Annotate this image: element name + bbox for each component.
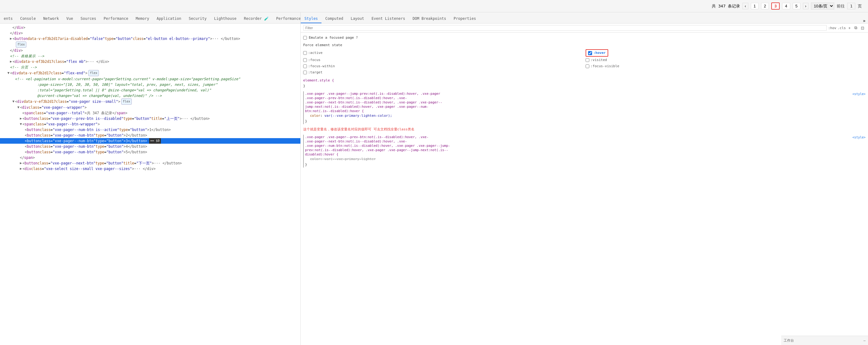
cls-label[interactable]: .cls	[838, 26, 846, 30]
dom-line-vxe-pager: ▼ <div data-v-ef3b2d17 class="vxe-pager …	[0, 99, 300, 105]
style-source1[interactable]: <style>	[852, 91, 866, 97]
dom-line: </div>	[0, 30, 300, 36]
dom-content: </div> </div> ▶ <button data-v-ef3b2d17 …	[0, 24, 300, 345]
toggle-icon[interactable]: ▶	[20, 161, 22, 166]
copy-styles-btn[interactable]: ⧉	[853, 25, 858, 31]
focus-label: :focus	[308, 57, 320, 63]
dom-line-comment4: :page-sizes="[10, 20, 30, 50, 100]" layo…	[0, 82, 300, 87]
emulate-checkbox[interactable]	[303, 36, 307, 40]
toggle-icon[interactable]: ▼	[12, 99, 14, 104]
hov-label[interactable]: :hov	[828, 26, 836, 30]
focus-within-checkbox[interactable]	[303, 64, 307, 68]
chevron-right-icon[interactable]: »	[863, 18, 866, 23]
focus-checkbox[interactable]	[303, 58, 307, 62]
toggle-icon[interactable]: ▼	[7, 70, 10, 76]
tab-layout[interactable]: Layout	[347, 14, 368, 23]
tab-elements[interactable]: ents	[0, 14, 17, 23]
tab-memory[interactable]: Memory	[132, 14, 153, 23]
visited-checkbox[interactable]	[586, 58, 589, 62]
css-note: 这个就是变量名，修改该变量名对应的值即可 可去文档找全量class类名	[303, 127, 866, 132]
flex-badge: flex	[121, 99, 132, 105]
page-2-btn[interactable]: 2	[761, 3, 769, 9]
dom-line-comment5: :total="pagerSetting.total || 0" @size-c…	[0, 87, 300, 93]
toggle-icon[interactable]: ▼	[18, 105, 20, 110]
page-4-btn[interactable]: 4	[782, 3, 790, 9]
styles-panel: Styles Computed Layout Event Listeners D…	[301, 12, 868, 345]
dom-line-wrapper: ▼ <div class="vxe-pager--wrapper" >	[0, 105, 300, 110]
dom-line-flex-end: ▼ <div data-v-ef3b2d17 class="flex-end" …	[0, 70, 300, 76]
css-rule-vxe-hover2: .vxe-pager .vxe-pager--prev-btn:not(.is-…	[303, 135, 866, 168]
visited-label: :visited	[591, 57, 607, 63]
css-value1: var(--vxe-primary-lighten-color);	[324, 114, 392, 118]
tab-network[interactable]: Network	[39, 14, 63, 23]
css-prop1: color	[310, 114, 320, 118]
add-rule-btn[interactable]: +	[847, 25, 852, 31]
page-1-btn[interactable]: 1	[751, 3, 758, 9]
dom-line-btn2: <button class="vxe-pager--num-btn" type=…	[0, 133, 300, 138]
tab-console[interactable]: Console	[17, 14, 40, 23]
workbench-bar: 工作台 —	[781, 336, 868, 345]
expand-btn[interactable]: ⊡	[860, 25, 866, 31]
dom-line-btn3-selected[interactable]: <button class="vxe-pager--num-btn" type=…	[0, 138, 300, 144]
emulate-label: Emulate a focused page	[309, 35, 354, 41]
state-focus: :focus	[303, 57, 583, 63]
workbench-label: 工作台	[784, 338, 794, 343]
dom-line-comment6: @current-change="val => changePage(val, …	[0, 93, 300, 99]
tab-application[interactable]: Application	[153, 14, 185, 23]
style-source2[interactable]: <style>	[852, 135, 866, 140]
toggle-icon[interactable]: ▶	[10, 36, 12, 41]
state-focus-visible: :focus-visible	[586, 64, 866, 69]
hover-checkbox[interactable]	[588, 51, 592, 55]
state-grid: :active :hover :focus :visited	[303, 49, 866, 75]
tab-sources[interactable]: Sources	[77, 14, 100, 23]
css-rule-vxe-hover: .vxe-pager .vxe-pager--jump-prev:not(.is…	[303, 91, 866, 124]
flex-badge: flex	[16, 41, 26, 48]
filter-input[interactable]	[303, 25, 827, 31]
page-number-input[interactable]: 1	[847, 3, 855, 9]
help-icon[interactable]: ?	[356, 35, 358, 41]
page-3-btn[interactable]: 3	[771, 2, 780, 10]
styles-tabs: Styles Computed Layout Event Listeners D…	[301, 12, 868, 24]
dom-line-span-close: </span>	[0, 155, 300, 161]
dom-line-select: ▶ <div class="vxe-select size--small vxe…	[0, 166, 300, 172]
target-checkbox[interactable]	[303, 71, 307, 74]
tab-performance[interactable]: Performance	[100, 14, 132, 23]
toggle-icon[interactable]: ▼	[20, 122, 22, 127]
page-unit-label: 页	[858, 3, 862, 9]
tab-styles[interactable]: Styles	[301, 14, 321, 23]
css-selector1: .vxe-pager .vxe-pager--jump-prev:not(.is…	[305, 91, 442, 113]
force-state-label: Force element state	[303, 42, 866, 48]
tab-perf-insights[interactable]: Performance insights 🧪	[273, 14, 300, 23]
tab-properties[interactable]: Properties	[450, 14, 479, 23]
toggle-icon[interactable]: ▶	[20, 116, 22, 122]
focus-visible-label: :focus-visible	[591, 64, 619, 69]
dom-line-comment3: <!-- <el-pagination v-model:current-page…	[0, 76, 300, 82]
tab-dom-breakpoints[interactable]: DOM Breakpoints	[409, 14, 450, 23]
toggle-icon[interactable]: ▶	[10, 59, 12, 64]
tab-event-listeners[interactable]: Event Listeners	[368, 14, 409, 23]
tab-computed[interactable]: Computed	[321, 14, 347, 23]
prev-page-btn[interactable]: ‹	[742, 3, 748, 9]
per-page-select[interactable]: 10条/页	[811, 2, 834, 10]
state-hover-box: :hover	[586, 49, 866, 57]
active-checkbox[interactable]	[303, 51, 307, 55]
state-target: :target	[303, 70, 583, 75]
emulate-row: Emulate a focused page ?	[303, 35, 866, 41]
styles-content: Emulate a focused page ? Force element s…	[301, 33, 868, 345]
dom-line-comment1: <!-- 表格展示 -->	[0, 53, 300, 59]
target-label: :target	[308, 70, 322, 75]
dom-line-btn4: <button class="vxe-pager--num-btn" type=…	[0, 144, 300, 149]
devtools-container: ents Console Network Vue Sources Perform…	[0, 12, 868, 345]
dom-line-btn1: <button class="vxe-pager--num-btn is--ac…	[0, 127, 300, 133]
focus-visible-checkbox[interactable]	[586, 64, 589, 68]
tab-recorder[interactable]: Recorder 🧪	[240, 14, 273, 23]
tab-security[interactable]: Security	[185, 14, 211, 23]
state-visited: :visited	[586, 57, 866, 63]
page-5-btn[interactable]: 5	[793, 3, 800, 9]
tab-lighthouse[interactable]: Lighthouse	[210, 14, 240, 23]
toggle-icon[interactable]: ▶	[20, 166, 22, 172]
top-pagination-bar: 共 347 条记录 ‹ 1 2 3 4 5 › 10条/页 前往 1 页	[0, 0, 868, 12]
workbench-close-icon[interactable]: —	[863, 339, 866, 343]
next-page-btn[interactable]: ›	[803, 3, 808, 9]
tab-vue[interactable]: Vue	[63, 14, 77, 23]
